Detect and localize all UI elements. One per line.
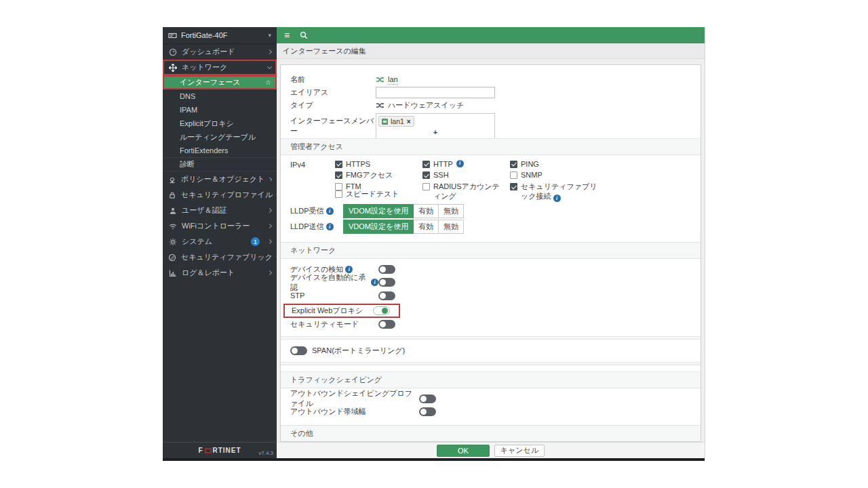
device-detection-toggle[interactable] [378,265,395,274]
hardware-switch-type-icon [376,102,384,109]
search-icon[interactable] [300,31,308,39]
hamburger-menu-icon[interactable]: ≡ [284,30,290,41]
appliance-icon [168,31,177,40]
checkbox[interactable] [335,171,342,179]
alias-input[interactable] [376,87,495,98]
sidebar-item-log-report[interactable]: ログ＆レポート [163,265,277,281]
member-name: lan1 [391,117,404,125]
chevron-down-icon [267,64,272,69]
info-icon[interactable] [456,160,464,167]
enable-button[interactable]: 有効 [414,204,439,218]
span-label: SPAN(ポートミラーリング) [312,346,405,356]
window-bottom-edge [163,458,705,461]
chevron-right-icon [267,49,272,54]
security-mode-row: セキュリティモード [281,319,701,330]
gear-icon [168,237,177,246]
info-icon[interactable] [326,223,334,230]
chevron-right-icon [267,224,272,228]
remove-member-icon[interactable]: × [407,118,411,125]
sidebar-item-wifi-controller[interactable]: WiFiコントローラー [163,218,277,234]
firmware-version: v7.4.3 [258,450,273,456]
checkbox[interactable] [422,171,430,179]
alias-label: エイリアス [290,87,376,98]
top-bar: ≡ [277,27,705,43]
divider [281,362,701,365]
disable-button[interactable]: 無効 [439,220,464,234]
explicit-web-proxy-toggle[interactable] [373,306,390,315]
sidebar-footer: F RTINET v7.4.3 [163,442,277,458]
checkbox-snmp[interactable]: SNMP [510,171,604,180]
lldp-rx-label: LLDP受信 [290,206,324,216]
checkbox-https[interactable]: HTTPS [335,160,420,169]
sidebar-item-routing-table[interactable]: ルーティングテーブル [163,130,277,144]
checkbox[interactable] [335,190,342,198]
outbound-shaping-profile-row: アウトバウンドシェイピングプロファイル [281,393,701,405]
sidebar-item-user-auth[interactable]: ユーザ＆認証 [163,203,277,218]
sidebar-item-diagnostics[interactable]: 診断 [163,157,277,171]
sidebar-item-system[interactable]: システム 1 [163,234,277,249]
section-other: その他 [281,425,701,441]
vdom-setting-button[interactable]: VDOM設定を使用 [343,204,414,218]
notification-badge: 1 [251,237,260,246]
section-traffic-shaping: トラフィックシェイピング [281,371,701,388]
sidebar-item-network[interactable]: ネットワーク [163,60,277,75]
checkbox[interactable] [510,161,517,168]
sidebar-item-interfaces[interactable]: インターフェース ☆ [163,75,277,89]
sidebar-item-dns[interactable]: DNS [163,89,277,103]
sidebar-item-fortiextenders[interactable]: FortiExtenders [163,144,277,157]
sidebar-item-dashboard[interactable]: ダッシュボード [163,44,277,60]
device-name: FortiGate-40F [181,31,227,39]
sidebar-item-policy-objects[interactable]: ポリシー＆オブジェクト [163,171,277,187]
favorite-star-icon[interactable]: ☆ [265,79,271,86]
outbound-bandwidth-toggle[interactable] [419,407,436,416]
auto-authorize-toggle[interactable] [378,278,395,287]
checkbox[interactable] [335,183,342,190]
sidebar-item-security-fabric[interactable]: セキュリティファブリック [163,249,277,265]
bar-chart-icon [168,268,177,277]
members-row: インターフェースメンバー lan1 × + [281,113,701,129]
checkbox[interactable] [510,183,517,190]
checkbox[interactable] [422,161,430,168]
checkbox-ping[interactable]: PING [510,160,604,169]
chevron-right-icon [267,270,272,275]
speed-test-row: スピードテスト [281,188,701,201]
section-network: ネットワーク [281,242,701,259]
sidebar-item-explicit-proxy[interactable]: Explicitプロキシ [163,117,277,130]
form-footer: OK キャンセル [277,442,705,458]
interface-members-box[interactable]: lan1 × + [376,113,495,140]
vdom-setting-button[interactable]: VDOM設定を使用 [343,220,414,234]
member-tag-lan1[interactable]: lan1 × [378,116,414,127]
cancel-button[interactable]: キャンセル [494,445,545,457]
span-toggle[interactable] [290,346,307,355]
info-icon[interactable] [371,279,378,286]
checkbox[interactable] [335,161,342,168]
network-icon [168,63,177,72]
interface-name-value[interactable]: lan [388,75,398,85]
checkbox[interactable] [422,183,430,190]
sidebar-nav: ダッシュボード ネットワーク インターフェース ☆ [163,44,277,442]
lldp-tx-segmented: VDOM設定を使用 有効 無効 [343,220,464,234]
content-area: 名前 lan エイリアス タイプ [277,59,705,442]
type-row: タイプ ハードウェアスイッチ [281,99,701,112]
type-label: タイプ [290,100,376,110]
add-member-button[interactable]: + [378,127,492,137]
page-title: インターフェースの編集 [283,46,366,56]
checkbox[interactable] [510,171,517,179]
checkbox-speed-test[interactable]: スピードテスト [335,190,399,199]
lldp-tx-label: LLDP送信 [290,222,324,232]
checkbox-http[interactable]: HTTP [422,160,507,169]
disable-button[interactable]: 無効 [439,204,464,218]
section-admin-access: 管理者アクセス [281,138,701,155]
outbound-shaping-profile-toggle[interactable] [419,394,436,403]
sidebar-item-ipam[interactable]: IPAM [163,103,277,117]
sidebar-item-security-profiles[interactable]: セキュリティプロファイル [163,187,277,203]
device-selector[interactable]: FortiGate-40F ▾ [163,27,277,44]
checkbox-ssh[interactable]: SSH [422,171,507,180]
checkbox-fmg-access[interactable]: FMGアクセス [335,171,420,180]
ok-button[interactable]: OK [437,445,490,457]
enable-button[interactable]: 有効 [414,220,439,234]
lldp-rx-row: LLDP受信 VDOM設定を使用 有効 無効 [281,205,701,218]
info-icon[interactable] [326,207,334,215]
security-mode-toggle[interactable] [378,320,395,329]
stp-toggle[interactable] [378,291,395,300]
